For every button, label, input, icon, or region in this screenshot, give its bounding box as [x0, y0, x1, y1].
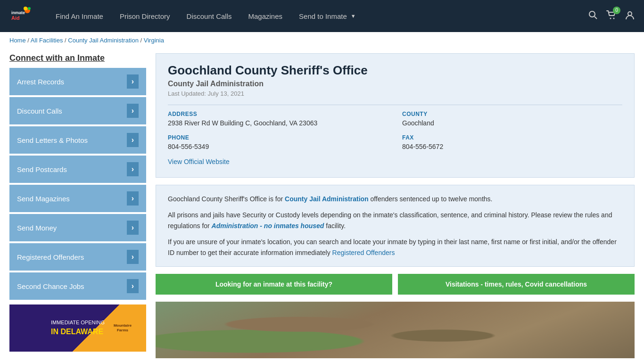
sidebar-menu: Arrest Records › Discount Calls › Send L…: [9, 68, 146, 300]
sidebar-item-send-money[interactable]: Send Money ›: [9, 214, 146, 241]
breadcrumb-home[interactable]: Home: [9, 37, 26, 44]
nav-magazines[interactable]: Magazines: [248, 12, 282, 20]
logo-icon: inmate Aid: [9, 5, 32, 27]
site-header: inmate Aid Find An Inmate Prison Directo…: [0, 0, 644, 32]
svg-point-8: [610, 17, 611, 19]
phone-label: PHONE: [168, 134, 388, 141]
main-container: Connect with an Inmate Arrest Records › …: [0, 49, 644, 362]
desc2-cont: facility.: [326, 222, 346, 230]
fax-block: FAX 804-556-5672: [402, 134, 622, 150]
fax-label: FAX: [402, 134, 622, 141]
desc1-link[interactable]: County Jail Administration: [285, 195, 369, 203]
official-website-link[interactable]: View Official Website: [168, 158, 230, 165]
sidebar-advertisement[interactable]: IMMEDIATE OPENING IN DELAWARE MountaireF…: [9, 304, 146, 352]
svg-text:Aid: Aid: [11, 15, 20, 21]
nav-prison-directory[interactable]: Prison Directory: [120, 12, 170, 20]
fax-value: 804-556-5672: [402, 143, 622, 150]
svg-point-10: [628, 12, 632, 16]
address-value: 2938 River Rd W Building C, Goochland, V…: [168, 119, 388, 127]
desc2-link[interactable]: Administration - no inmates housed: [212, 222, 324, 230]
svg-point-9: [613, 17, 615, 19]
svg-line-7: [594, 16, 597, 19]
aerial-image-content: [156, 302, 635, 358]
county-value: Goochland: [402, 119, 622, 127]
facility-updated: Last Updated: July 13, 2021: [168, 90, 622, 97]
arrow-icon: ›: [127, 162, 139, 176]
phone-block: PHONE 804-556-5349: [168, 134, 388, 150]
action-buttons: Looking for an inmate at this facility? …: [156, 274, 635, 295]
svg-point-6: [589, 11, 595, 17]
sidebar-title: Connect with an Inmate: [9, 53, 146, 63]
desc1-text: Goochland County Sheriff's Office is for: [168, 195, 283, 203]
svg-point-5: [28, 7, 31, 10]
facility-type: County Jail Administration: [168, 80, 622, 88]
arrow-icon: ›: [127, 74, 139, 89]
nav-send-to-inmate[interactable]: Send to Inmate ▼: [299, 12, 356, 20]
svg-point-4: [24, 7, 27, 10]
main-content: Goochland County Sheriff's Office County…: [156, 53, 635, 358]
address-block: ADDRESS 2938 River Rd W Building C, Gooc…: [168, 111, 388, 127]
arrow-icon: ›: [127, 250, 139, 264]
facility-info-grid: ADDRESS 2938 River Rd W Building C, Gooc…: [168, 105, 622, 150]
header-icons: 0: [588, 10, 635, 22]
address-label: ADDRESS: [168, 111, 388, 117]
phone-value: 804-556-5349: [168, 143, 388, 150]
sidebar-item-registered-offenders[interactable]: Registered Offenders ›: [9, 243, 146, 271]
arrow-icon: ›: [127, 191, 139, 206]
nav-discount-calls[interactable]: Discount Calls: [187, 12, 232, 20]
county-block: COUNTY Goochland: [402, 111, 622, 127]
aerial-photo: [156, 302, 635, 358]
desc1-cont: offenders sentenced up to twelve months.: [371, 195, 493, 203]
sidebar: Connect with an Inmate Arrest Records › …: [9, 53, 146, 358]
breadcrumb-virginia[interactable]: Virginia: [144, 37, 164, 44]
visitations-button[interactable]: Visitations - times, rules, Covid cancel…: [398, 274, 635, 295]
breadcrumb: Home / All Facilities / County Jail Admi…: [0, 32, 644, 49]
sidebar-item-send-magazines[interactable]: Send Magazines ›: [9, 185, 146, 212]
desc3-link[interactable]: Registered Offenders: [332, 249, 395, 256]
county-label: COUNTY: [402, 111, 622, 117]
arrow-icon: ›: [127, 221, 139, 235]
main-nav: Find An Inmate Prison Directory Discount…: [56, 12, 574, 20]
sidebar-item-discount-calls[interactable]: Discount Calls ›: [9, 97, 146, 124]
sidebar-item-arrest-records[interactable]: Arrest Records ›: [9, 68, 146, 95]
facility-name: Goochland County Sheriff's Office: [168, 63, 622, 78]
sidebar-item-send-postcards[interactable]: Send Postcards ›: [9, 156, 146, 183]
sidebar-item-send-letters-photos[interactable]: Send Letters & Photos ›: [9, 126, 146, 154]
search-icon[interactable]: [588, 10, 598, 22]
user-icon[interactable]: [625, 10, 635, 22]
cart-icon[interactable]: 0: [606, 10, 617, 22]
arrow-icon: ›: [127, 279, 139, 293]
logo[interactable]: inmate Aid: [9, 5, 32, 27]
cart-count: 0: [613, 7, 620, 14]
arrow-icon: ›: [127, 133, 139, 147]
sidebar-item-second-chance-jobs[interactable]: Second Chance Jobs ›: [9, 272, 146, 300]
svg-text:inmate: inmate: [11, 10, 25, 15]
nav-find-inmate[interactable]: Find An Inmate: [56, 12, 103, 20]
looking-for-inmate-button[interactable]: Looking for an inmate at this facility?: [156, 274, 392, 295]
dropdown-arrow-icon: ▼: [351, 13, 356, 19]
breadcrumb-county-jail[interactable]: County Jail Administration: [68, 37, 139, 44]
breadcrumb-all-facilities[interactable]: All Facilities: [31, 37, 63, 44]
facility-description: Goochland County Sheriff's Office is for…: [156, 185, 635, 267]
facility-card: Goochland County Sheriff's Office County…: [156, 53, 635, 178]
arrow-icon: ›: [127, 104, 139, 118]
